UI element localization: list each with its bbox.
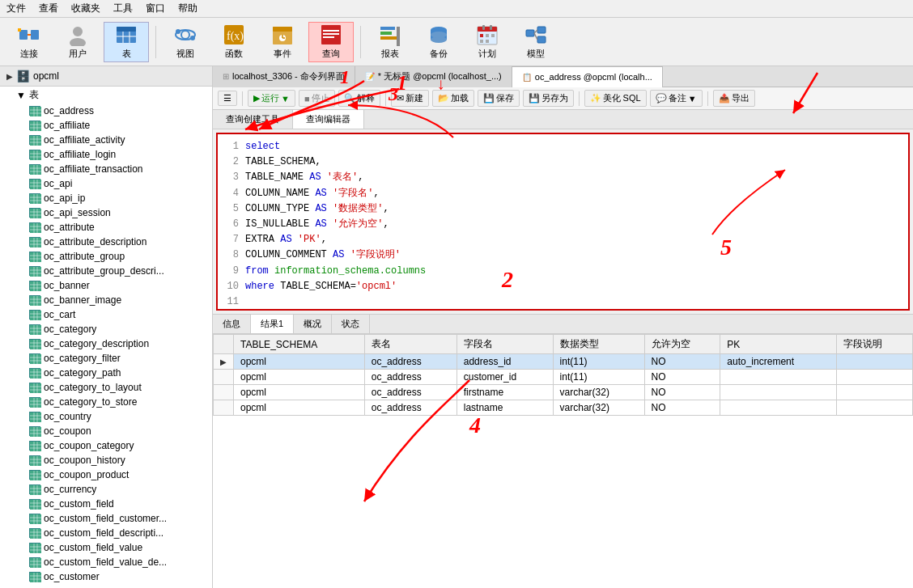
menu-window[interactable]: 窗口 (146, 2, 165, 15)
svg-point-13 (176, 29, 180, 34)
load-button[interactable]: 📂 加载 (432, 90, 474, 107)
toolbar-function[interactable]: f(x) 函数 (211, 22, 257, 62)
sidebar-table-item[interactable]: oc_api_session (26, 205, 212, 220)
sidebar-db-name[interactable]: opcml (33, 70, 59, 82)
toolbar-table-label: 表 (122, 48, 131, 60)
sidebar-tables-header[interactable]: ▼ 表 (13, 87, 212, 104)
table-header-0[interactable]: TABLE_SCHEMA (234, 335, 365, 354)
menu-view[interactable]: 查看 (39, 2, 58, 15)
sidebar-table-item[interactable]: oc_affiliate_activity (26, 133, 212, 147)
toolbar-user-label: 用户 (69, 48, 87, 60)
query-tab-editor[interactable]: 查询编辑器 (293, 110, 364, 129)
menu-file[interactable]: 文件 (6, 2, 26, 15)
sql-editor[interactable]: 1select2TABLE_SCHEMA,3TABLE_NAME AS '表名'… (216, 133, 910, 311)
sidebar-table-item[interactable]: oc_category_description (26, 336, 212, 351)
sidebar-table-item[interactable]: oc_banner_image (26, 293, 212, 307)
svg-rect-83 (30, 209, 41, 218)
table-row[interactable]: opcmloc_addresslastnamevarchar(32)NO (214, 400, 913, 416)
sidebar-table-item[interactable]: oc_address (26, 104, 212, 118)
sidebar-table-item[interactable]: oc_currency (26, 482, 212, 497)
content-area: ⊞ localhost_3306 - 命令列界面 📝 * 无标题 @opcml … (213, 66, 913, 588)
query-tab-builder[interactable]: 查询创建工具 (213, 110, 293, 129)
svg-rect-35 (478, 27, 497, 32)
table-row[interactable]: opcmloc_addressfirstnamevarchar(32)NO (214, 385, 913, 400)
sidebar-table-item[interactable]: oc_custom_field_value_de... (26, 555, 212, 569)
toolbar-connect[interactable]: 连接 (6, 22, 52, 62)
menu-favorites[interactable]: 收藏夹 (71, 2, 100, 15)
table-header-4[interactable]: 允许为空 (644, 335, 720, 354)
sidebar-table-item[interactable]: oc_custom_field_descripti... (26, 526, 212, 540)
menu-tools[interactable]: 工具 (113, 2, 133, 15)
sidebar-table-item[interactable]: oc_api_ip (26, 191, 212, 205)
toolbar-report[interactable]: 报表 (367, 22, 413, 62)
sidebar-table-item[interactable]: oc_category (26, 322, 212, 336)
table-header-2[interactable]: 字段名 (456, 335, 553, 354)
sidebar-table-item[interactable]: oc_coupon_history (26, 453, 212, 467)
beautify-icon: ✨ (590, 93, 601, 104)
sidebar-table-item[interactable]: oc_coupon_product (26, 467, 212, 482)
sidebar-table-item[interactable]: oc_category_filter (26, 351, 212, 366)
sidebar-table-item[interactable]: oc_attribute_group (26, 249, 212, 264)
sidebar-table-item[interactable]: oc_category_to_store (26, 395, 212, 409)
results-tab-info[interactable]: 信息 (213, 315, 251, 333)
sidebar-table-item[interactable]: oc_coupon (26, 424, 212, 438)
toolbar-query[interactable]: 查询 (308, 22, 354, 62)
sidebar-table-item[interactable]: oc_category_path (26, 366, 212, 380)
sidebar-table-item[interactable]: oc_country (26, 409, 212, 424)
table-header-1[interactable]: 表名 (364, 335, 456, 354)
toolbar-model[interactable]: 模型 (513, 22, 558, 62)
table-header-6[interactable]: 字段说明 (837, 335, 913, 354)
menu-btn[interactable]: ☰ (218, 91, 237, 106)
svg-rect-88 (30, 223, 41, 233)
beautify-button[interactable]: ✨ 美化 SQL (584, 90, 647, 107)
explain-button[interactable]: 🔍 解释 (338, 90, 380, 107)
table-row[interactable]: ▶opcmloc_addressaddress_idint(11)NOauto_… (214, 354, 913, 370)
table-header-5[interactable]: PK (720, 335, 837, 354)
toolbar-backup[interactable]: 备份 (416, 22, 461, 62)
save-button[interactable]: 💾 保存 (478, 90, 520, 107)
menu-help[interactable]: 帮助 (178, 2, 197, 15)
export-button[interactable]: 📤 导出 (713, 90, 755, 107)
sidebar-table-item[interactable]: oc_attribute_description (26, 235, 212, 249)
sidebar-table-item[interactable]: oc_custom_field_value (26, 540, 212, 555)
stop-button[interactable]: ■ 停止 (299, 90, 335, 107)
sidebar-table-item[interactable]: oc_affiliate_login (26, 147, 212, 162)
toolbar-table[interactable]: 表 (104, 22, 149, 62)
svg-rect-203 (30, 558, 41, 568)
table-row[interactable]: opcmloc_addresscustomer_idint(11)NO (214, 370, 913, 385)
table-header-3[interactable]: 数据类型 (553, 335, 644, 354)
new-button[interactable]: ✉ 新建 (391, 90, 429, 107)
results-tab-result1[interactable]: 结果1 (251, 315, 294, 333)
sidebar-table-item[interactable]: oc_custom_field (26, 497, 212, 511)
sidebar-table-item[interactable]: oc_coupon_category (26, 438, 212, 453)
sidebar-table-item[interactable]: oc_attribute (26, 220, 212, 235)
toolbar-div4 (707, 91, 708, 106)
svg-rect-123 (30, 325, 41, 335)
svg-rect-173 (30, 471, 41, 480)
comment-button[interactable]: 💬 备注 ▼ (650, 90, 703, 107)
run-button[interactable]: ▶ 运行 ▼ (248, 90, 295, 107)
sidebar-expand-arrow[interactable]: ▶ (6, 72, 13, 81)
saveas-button[interactable]: 💾 另存为 (523, 90, 574, 107)
tab-cmdline[interactable]: ⊞ localhost_3306 - 命令列界面 (213, 66, 355, 87)
sidebar-table-item[interactable]: oc_attribute_group_descri... (26, 264, 212, 278)
sidebar-table-item[interactable]: oc_category_to_layout (26, 380, 212, 395)
toolbar-view[interactable]: 视图 (163, 22, 208, 62)
table-row-icon (29, 484, 40, 494)
toolbar-plan[interactable]: 计划 (465, 22, 510, 62)
sidebar-table-item[interactable]: oc_affiliate_transaction (26, 162, 212, 176)
sidebar-table-item[interactable]: oc_customer (26, 569, 212, 584)
tab-ocaddress[interactable]: 📋 oc_address @opcml (localh... (512, 66, 663, 87)
results-tab-overview[interactable]: 概况 (294, 315, 332, 333)
sidebar-table-item[interactable]: oc_cart (26, 307, 212, 322)
results-result1-label: 结果1 (261, 319, 283, 328)
sidebar-table-item[interactable]: oc_banner (26, 278, 212, 293)
sidebar-table-item[interactable]: oc_affiliate (26, 118, 212, 133)
sidebar-table-item[interactable]: oc_custom_field_customer... (26, 511, 212, 526)
results-tab-status[interactable]: 状态 (332, 315, 370, 333)
tab-untitled[interactable]: 📝 * 无标题 @opcml (localhost_...) (355, 66, 512, 87)
row-arrow: ▶ (220, 357, 227, 366)
sidebar-table-item[interactable]: oc_api (26, 176, 212, 191)
toolbar-event[interactable]: 事件 (260, 22, 305, 62)
toolbar-user[interactable]: 用户 (55, 22, 100, 62)
